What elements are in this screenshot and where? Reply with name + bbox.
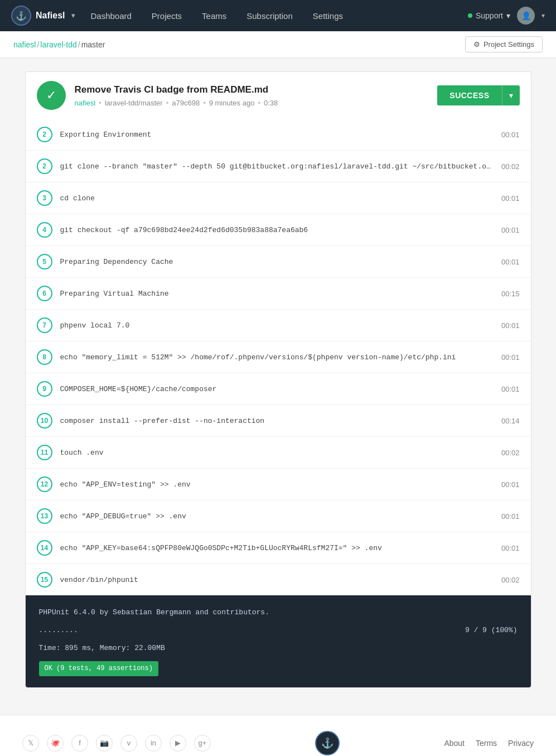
terminal-progress: ......... 9 / 9 (100%) — [39, 624, 518, 637]
breadcrumb-repo[interactable]: laravel-tdd — [40, 40, 76, 49]
step-label: echo "memory_limit = 512M" >> /home/rof/… — [60, 353, 492, 362]
vimeo-icon[interactable]: v — [120, 735, 137, 752]
build-success-icon: ✓ — [37, 81, 66, 110]
step-time: 00:01 — [501, 226, 520, 234]
instagram-icon[interactable]: 📷 — [96, 735, 113, 752]
terminal-progress-row: ......... 9 / 9 (100%) — [39, 624, 518, 637]
nav-item-teams[interactable]: Teams — [192, 0, 236, 31]
success-button[interactable]: SUCCESS — [437, 85, 501, 105]
step-number: 13 — [37, 508, 52, 524]
step-number: 6 — [37, 286, 52, 301]
nav-item-projects[interactable]: Projects — [142, 0, 192, 31]
support-status-dot — [468, 13, 472, 18]
step-time: 00:01 — [501, 194, 520, 203]
step-number: 2 — [37, 158, 52, 174]
breadcrumb-user[interactable]: nafiesl — [13, 40, 36, 49]
navbar-nav: Dashboard Projects Teams Subscription Se… — [80, 0, 467, 31]
step-label: COMPOSER_HOME=${HOME}/cache/composer — [60, 385, 492, 393]
step-row: 9 COMPOSER_HOME=${HOME}/cache/composer 0… — [26, 373, 531, 405]
navbar-right: Support ▾ 👤 ▾ — [468, 7, 545, 25]
step-label: Preparing Virtual Machine — [60, 290, 492, 298]
step-row: 14 echo "APP_KEY=base64:sQPFP80eWJQGo0SD… — [26, 532, 531, 564]
step-label: touch .env — [60, 449, 492, 457]
step-time: 00:01 — [501, 131, 520, 139]
step-number: 2 — [37, 127, 52, 142]
youtube-icon[interactable]: ▶ — [170, 735, 186, 752]
step-row: 10 composer install --prefer-dist --no-i… — [26, 405, 531, 436]
step-time: 00:02 — [501, 576, 520, 584]
terminal-ok-badge: OK (9 tests, 49 assertions) — [39, 661, 158, 676]
step-time: 00:01 — [501, 258, 520, 266]
nav-item-dashboard[interactable]: Dashboard — [80, 0, 141, 31]
step-row: 5 Preparing Dependency Cache 00:01 — [26, 245, 531, 277]
step-row: 12 echo "APP_ENV=testing" >> .env 00:01 — [26, 468, 531, 500]
breadcrumb-branch: master — [81, 40, 105, 49]
github-icon[interactable]: 🐙 — [47, 735, 64, 752]
step-row: 6 Preparing Virtual Machine 00:15 — [26, 277, 531, 309]
meta-dot3: • — [203, 99, 206, 107]
terminal-dots: ......... — [39, 624, 78, 637]
navbar-brand-name: Nafiesl — [36, 11, 65, 21]
main-content: ✓ Remove Travis CI badge from README.md … — [16, 71, 540, 688]
support-chevron-icon: ▾ — [506, 11, 510, 20]
step-number: 15 — [37, 572, 52, 588]
step-row: 8 echo "memory_limit = 512M" >> /home/ro… — [26, 341, 531, 373]
twitter-icon[interactable]: 𝕏 — [22, 735, 39, 752]
steps-container: 2 Exporting Environment 00:01 2 git clon… — [25, 119, 531, 688]
step-row: 2 git clone --branch "master" --depth 50… — [26, 150, 531, 182]
build-branch: laravel-tdd/master — [105, 99, 163, 107]
avatar[interactable]: 👤 — [517, 7, 535, 25]
step-number: 4 — [37, 222, 52, 238]
linkedin-icon[interactable]: in — [145, 735, 162, 752]
step-label: cd clone — [60, 194, 492, 203]
step-number: 10 — [37, 413, 52, 428]
build-commit: a79c698 — [172, 99, 200, 107]
step-time: 00:01 — [501, 385, 520, 393]
navbar-logo-icon: ⚓ — [11, 6, 31, 26]
terminal-progress-count: 9 / 9 (100%) — [465, 624, 518, 637]
nav-item-subscription[interactable]: Subscription — [236, 0, 303, 31]
step-row: 7 phpenv local 7.0 00:01 — [26, 309, 531, 341]
footer-logo-icon: ⚓ — [315, 731, 340, 755]
build-info: Remove Travis CI badge from README.md na… — [75, 84, 438, 107]
footer-privacy-link[interactable]: Privacy — [508, 739, 534, 748]
nav-item-settings[interactable]: Settings — [303, 0, 353, 31]
support-button[interactable]: Support ▾ — [468, 11, 510, 20]
step-row: 3 cd clone 00:01 — [26, 182, 531, 214]
step-number: 11 — [37, 445, 52, 460]
footer-terms-link[interactable]: Terms — [476, 739, 497, 748]
step-time: 00:15 — [501, 290, 520, 298]
meta-dot4: • — [258, 99, 260, 107]
facebook-icon[interactable]: f — [71, 735, 88, 752]
meta-dot1: • — [99, 99, 101, 107]
step-number: 7 — [37, 317, 52, 333]
step-time: 00:01 — [501, 544, 520, 552]
terminal-line3: Time: 895 ms, Memory: 22.00MB — [39, 642, 518, 654]
step-time: 00:01 — [501, 321, 520, 330]
step-time: 00:14 — [501, 417, 520, 425]
success-dropdown-button[interactable]: ▾ — [502, 85, 520, 105]
footer-links: About Terms Privacy — [444, 739, 534, 748]
step-time: 00:01 — [501, 353, 520, 362]
step-label: vendor/bin/phpunit — [60, 576, 492, 584]
terminal-ok-badge-wrapper: OK (9 tests, 49 assertions) — [39, 659, 518, 676]
step-label: echo "APP_KEY=base64:sQPFP80eWJQGo0SDPc+… — [60, 544, 492, 552]
footer-about-link[interactable]: About — [444, 739, 465, 748]
googleplus-icon[interactable]: g+ — [194, 735, 211, 752]
project-settings-button[interactable]: ⚙ Project Settings — [465, 36, 543, 52]
project-settings-label: Project Settings — [484, 40, 534, 49]
navbar-brand[interactable]: ⚓ Nafiesl ▾ — [11, 6, 75, 26]
build-author[interactable]: nafiesl — [75, 99, 96, 107]
step-label: phpenv local 7.0 — [60, 321, 492, 330]
breadcrumb-sep2: / — [78, 40, 80, 49]
step-row: 15 vendor/bin/phpunit 00:02 — [26, 564, 531, 595]
step-row: 11 touch .env 00:02 — [26, 436, 531, 468]
step-number: 9 — [37, 381, 52, 397]
terminal-output: PHPUnit 6.4.0 by Sebastian Bergmann and … — [26, 595, 531, 687]
step-time: 00:01 — [501, 480, 520, 489]
footer-social: 𝕏 🐙 f 📷 v in ▶ g+ — [22, 735, 211, 752]
step-label: git clone --branch "master" --depth 50 g… — [60, 162, 492, 171]
step-label: git checkout -qf a79c698bd24ee24d2fed6d0… — [60, 226, 492, 234]
step-number: 14 — [37, 540, 52, 556]
step-label: Exporting Environment — [60, 131, 492, 139]
